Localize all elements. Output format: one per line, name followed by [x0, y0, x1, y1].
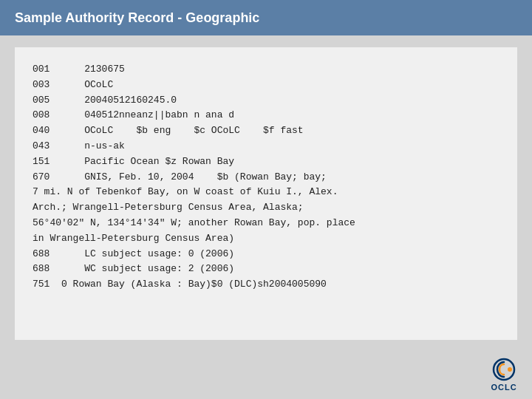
oclc-label: OCLC	[491, 383, 516, 392]
oclc-logo: OCLC	[491, 356, 517, 392]
page-title: Sample Authority Record - Geographic	[15, 10, 259, 26]
record-text: 001 2130675 003 OCoLC 005 20040512160245…	[33, 62, 499, 293]
footer: OCLC	[0, 352, 532, 399]
content-area: 001 2130675 003 OCoLC 005 20040512160245…	[15, 47, 517, 340]
page-container: Sample Authority Record - Geographic 001…	[0, 0, 532, 399]
svg-point-1	[508, 367, 512, 372]
header: Sample Authority Record - Geographic	[0, 0, 532, 35]
oclc-icon	[491, 356, 517, 383]
